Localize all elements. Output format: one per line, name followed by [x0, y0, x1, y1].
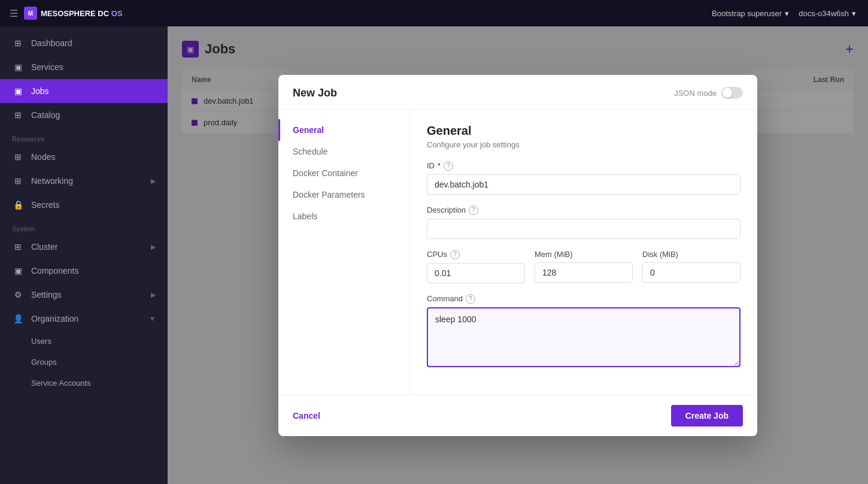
sidebar-item-label: Dashboard	[31, 38, 72, 48]
json-mode-toggle[interactable]	[721, 87, 743, 99]
networking-icon: ⊞	[12, 175, 24, 187]
description-label-text: Description	[427, 205, 466, 214]
sidebar-item-dashboard[interactable]: ⊞ Dashboard	[0, 31, 168, 55]
id-help-icon[interactable]: ?	[444, 161, 453, 171]
modal-nav-docker-parameters[interactable]: Docker Parameters	[278, 184, 409, 205]
sidebar-item-service-accounts[interactable]: Service Accounts	[0, 373, 168, 394]
sidebar-item-users[interactable]: Users	[0, 331, 168, 352]
modal-nav-schedule[interactable]: Schedule	[278, 141, 409, 162]
form-label-cpus: CPUs ?	[427, 250, 525, 259]
sidebar-item-secrets[interactable]: 🔒 Secrets	[0, 193, 168, 217]
form-label-disk: Disk (MiB)	[642, 250, 740, 259]
form-label-command: Command ?	[427, 294, 740, 304]
cpus-help-icon[interactable]: ?	[450, 250, 460, 259]
json-mode-label: JSON mode	[674, 89, 717, 98]
topbar-user-dropdown-icon: ▾	[785, 9, 789, 18]
resources-section-label: Resources	[0, 127, 168, 145]
id-input[interactable]	[427, 174, 740, 195]
topbar-account-name: docs-o34w6sh	[799, 9, 849, 18]
sidebar-item-organization[interactable]: 👤 Organization ▼	[0, 307, 168, 331]
cpus-input[interactable]	[427, 263, 525, 283]
command-help-icon[interactable]: ?	[466, 294, 475, 304]
mem-input[interactable]	[535, 262, 633, 283]
cluster-icon: ⊞	[12, 241, 24, 253]
chevron-right-icon: ▶	[151, 291, 156, 299]
form-label-mem: Mem (MiB)	[535, 250, 633, 259]
modal-body: General Schedule Docker Container Docker…	[278, 110, 757, 395]
sidebar-item-label: Settings	[31, 290, 62, 300]
sidebar-item-components[interactable]: ▣ Components	[0, 259, 168, 283]
jobs-icon: ▣	[12, 85, 24, 97]
sidebar-item-settings[interactable]: ⚙ Settings ▶	[0, 283, 168, 307]
description-help-icon[interactable]: ?	[469, 205, 478, 215]
mem-label-text: Mem (MiB)	[535, 250, 573, 259]
json-mode-row: JSON mode	[674, 87, 743, 99]
topbar-user[interactable]: Bootstrap superuser ▾	[712, 9, 789, 18]
id-label-text: ID	[427, 161, 435, 170]
chevron-right-icon: ▶	[151, 177, 156, 185]
page-content: ▣ Jobs + Name Last Run dev.batch.job1 pr…	[168, 26, 868, 484]
sidebar-item-services[interactable]: ▣ Services	[0, 55, 168, 79]
modal-nav-general[interactable]: General	[278, 119, 409, 141]
dashboard-icon: ⊞	[12, 37, 24, 49]
sidebar-item-label: Jobs	[31, 86, 49, 96]
sidebar-item-networking[interactable]: ⊞ Networking ▶	[0, 169, 168, 193]
disk-input[interactable]	[642, 262, 740, 283]
form-label-description: Description ?	[427, 205, 740, 215]
sidebar-item-nodes[interactable]: ⊞ Nodes	[0, 145, 168, 169]
chevron-right-icon: ▶	[151, 243, 156, 251]
form-label-id: ID * ?	[427, 161, 740, 171]
sidebar-item-label: Service Accounts	[31, 379, 91, 388]
secrets-icon: 🔒	[12, 199, 24, 211]
topbar-account[interactable]: docs-o34w6sh ▾	[799, 9, 856, 18]
form-section-title: General	[427, 124, 740, 138]
sidebar-item-label: Users	[31, 337, 51, 346]
description-input[interactable]	[427, 219, 740, 239]
id-required-star: *	[438, 161, 441, 170]
sidebar-item-label: Networking	[31, 176, 73, 186]
organization-icon: 👤	[12, 313, 24, 325]
sidebar-item-label: Cluster	[31, 242, 57, 252]
sidebar-item-catalog[interactable]: ⊞ Catalog	[0, 103, 168, 127]
modal-sidebar: General Schedule Docker Container Docker…	[278, 110, 410, 395]
sidebar-item-label: Nodes	[31, 152, 55, 162]
disk-label-text: Disk (MiB)	[642, 250, 678, 259]
command-label-text: Command	[427, 294, 463, 303]
services-icon: ▣	[12, 61, 24, 73]
sidebar-item-groups[interactable]: Groups	[0, 352, 168, 373]
modal-nav-docker-container[interactable]: Docker Container	[278, 162, 409, 184]
modal-title: New Job	[293, 87, 337, 99]
sidebar-item-jobs[interactable]: ▣ Jobs	[0, 79, 168, 103]
catalog-icon: ⊞	[12, 109, 24, 121]
modal-footer: Cancel Create Job	[278, 395, 757, 436]
modal-nav-labels[interactable]: Labels	[278, 205, 409, 227]
form-section-desc: Configure your job settings	[427, 140, 740, 149]
modal-header: New Job JSON mode	[278, 75, 757, 110]
hamburger-icon[interactable]: ☰	[10, 8, 18, 19]
modal-overlay: New Job JSON mode General Schedule	[168, 26, 868, 484]
form-row-resources: CPUs ? Mem (MiB)	[427, 250, 740, 294]
sidebar-item-label: Catalog	[31, 110, 60, 120]
chevron-down-icon: ▼	[149, 315, 156, 322]
cancel-button[interactable]: Cancel	[293, 406, 320, 425]
brand-text: MESOSPHERE DC OS	[41, 9, 123, 18]
sidebar-item-label: Components	[31, 266, 78, 276]
sidebar-navigation: ⊞ Dashboard ▣ Services ▣ Jobs ⊞ Catalog …	[0, 26, 168, 484]
new-job-modal: New Job JSON mode General Schedule	[278, 75, 757, 436]
form-group-command: Command ? sleep 1000	[427, 294, 740, 370]
brand: M MESOSPHERE DC OS	[24, 7, 123, 20]
sidebar-item-cluster[interactable]: ⊞ Cluster ▶	[0, 235, 168, 259]
form-group-cpus: CPUs ?	[427, 250, 525, 283]
settings-icon: ⚙	[12, 289, 24, 301]
sidebar-item-label: Organization	[31, 314, 78, 323]
sidebar-header: ☰ M MESOSPHERE DC OS	[0, 0, 168, 26]
topbar-user-name: Bootstrap superuser	[712, 9, 782, 18]
create-job-button[interactable]: Create Job	[671, 405, 743, 426]
command-textarea[interactable]: sleep 1000	[427, 307, 740, 367]
sidebar-item-label: Secrets	[31, 200, 59, 210]
sidebar-item-label: Groups	[31, 358, 57, 367]
sidebar: ☰ M MESOSPHERE DC OS ⊞ Dashboard ▣ Servi…	[0, 0, 168, 484]
topbar-account-dropdown-icon: ▾	[852, 9, 856, 18]
form-group-id: ID * ?	[427, 161, 740, 195]
brand-logo: M	[24, 7, 37, 20]
